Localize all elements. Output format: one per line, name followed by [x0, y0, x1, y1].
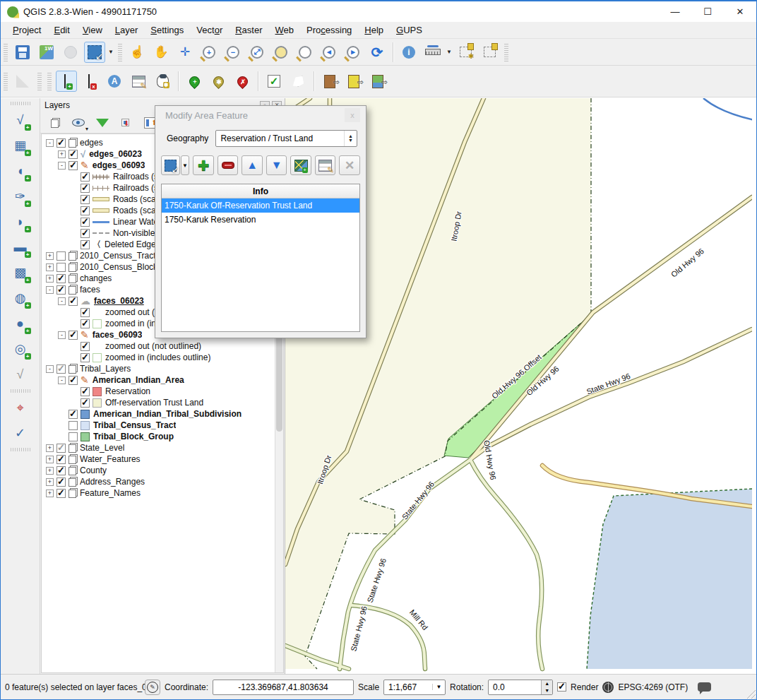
messages-icon[interactable]: [698, 682, 711, 692]
menu-gups[interactable]: GUPS: [390, 23, 429, 37]
open-attributes-button[interactable]: [315, 155, 336, 175]
layer-tree-item[interactable]: -American_Indian_Area: [42, 374, 275, 386]
tree-expander-icon[interactable]: +: [46, 252, 54, 260]
layer-tree-item[interactable]: zoomed in (includes outline): [42, 352, 275, 363]
menu-processing[interactable]: Processing: [300, 23, 358, 37]
epsg-status[interactable]: EPSG:4269 (OTF): [618, 682, 688, 692]
menu-web[interactable]: Web: [269, 23, 301, 37]
select-radius-disabled-icon[interactable]: [60, 42, 81, 63]
menu-edit[interactable]: Edit: [47, 23, 76, 37]
dropdown-button[interactable]: ▼: [181, 155, 190, 175]
tree-expander-icon[interactable]: -: [46, 286, 54, 294]
menu-raster[interactable]: Raster: [229, 23, 268, 37]
layer-visibility-checkbox[interactable]: [68, 376, 78, 385]
tree-expander-icon[interactable]: +: [46, 456, 54, 463]
validate-edits-icon[interactable]: ✓: [263, 71, 285, 92]
add-postgis-layer-icon[interactable]: ◖+: [10, 160, 31, 182]
expand-all-icon[interactable]: [118, 114, 135, 131]
layer-visibility-checkbox[interactable]: [68, 410, 78, 419]
tree-expander-icon[interactable]: -: [46, 365, 54, 373]
attribute-table-icon[interactable]: [128, 71, 149, 92]
tree-expander-icon[interactable]: -: [58, 376, 66, 384]
layer-visibility-checkbox[interactable]: [81, 240, 90, 249]
tree-expander-icon[interactable]: +: [46, 490, 54, 497]
tree-expander-icon[interactable]: -: [46, 139, 54, 147]
zoom-next-icon[interactable]: ▸: [342, 42, 364, 63]
delete-point-icon[interactable]: ✗: [232, 71, 253, 92]
add-wfs-layer-icon[interactable]: ◎+: [10, 338, 31, 360]
toolbar-grip[interactable]: [4, 72, 8, 90]
advanced-digitizing-disabled-icon[interactable]: [12, 71, 33, 92]
modify-face-icon[interactable]: ✱: [152, 71, 173, 92]
layer-visibility-checkbox[interactable]: [81, 218, 90, 227]
layer-visibility-checkbox[interactable]: [56, 477, 66, 487]
toolbar-grip[interactable]: [47, 72, 52, 90]
layer-tree-item[interactable]: Tribal_Block_Group: [42, 431, 275, 442]
menu-project[interactable]: Project: [6, 23, 47, 37]
info-list-row[interactable]: 1750-Karuk Reservation: [162, 213, 359, 227]
toolbar-grip[interactable]: [4, 43, 8, 61]
layer-visibility-checkbox[interactable]: [81, 308, 90, 317]
add-line-icon[interactable]: +: [56, 71, 77, 92]
add-mssql-layer-icon[interactable]: ◗+: [10, 211, 31, 232]
filter-legend-icon[interactable]: [94, 114, 111, 131]
layer-visibility-checkbox[interactable]: [81, 342, 90, 351]
tree-expander-icon[interactable]: -: [58, 331, 66, 339]
layer-visibility-checkbox[interactable]: [56, 444, 66, 453]
layer-visibility-checkbox[interactable]: [81, 387, 90, 396]
add-db2-layer-icon[interactable]: ▩+: [10, 262, 31, 283]
map-overview-icon[interactable]: [36, 42, 57, 63]
move-down-button[interactable]: ▼: [266, 155, 287, 175]
layer-tree-item[interactable]: Reservation: [42, 386, 275, 397]
resize-grip[interactable]: [746, 689, 756, 699]
layer-visibility-checkbox[interactable]: [68, 150, 78, 159]
rotation-up-icon[interactable]: ▲: [542, 680, 552, 687]
toolbar-grip[interactable]: [37, 72, 42, 90]
menu-settings[interactable]: Settings: [144, 23, 190, 37]
crs-globe-icon[interactable]: [602, 682, 614, 693]
menu-help[interactable]: Help: [358, 23, 390, 37]
modify-area-icon[interactable]: [287, 71, 309, 92]
save-icon[interactable]: [12, 42, 33, 63]
move-up-button[interactable]: ▲: [242, 155, 263, 175]
measure-icon[interactable]: [422, 42, 443, 63]
layer-visibility-checkbox[interactable]: [81, 229, 90, 238]
new-shapefile-layer-icon[interactable]: √: [10, 364, 31, 385]
pan-to-selection-icon[interactable]: ✛: [174, 42, 196, 63]
layer-visibility-checkbox[interactable]: [68, 161, 78, 170]
layer-tree-item[interactable]: +Address_Ranges: [42, 476, 275, 487]
tree-expander-icon[interactable]: +: [46, 467, 54, 475]
tree-expander-icon[interactable]: +: [58, 150, 66, 158]
layer-tree-item[interactable]: Off-reservation Trust Land: [42, 397, 275, 408]
minimize-button[interactable]: —: [659, 1, 691, 22]
delete-line-icon[interactable]: x: [80, 71, 101, 92]
zoom-in-icon[interactable]: +: [198, 42, 220, 63]
add-spatialite-layer-icon[interactable]: ✑+: [10, 186, 31, 207]
add-group-icon[interactable]: [46, 114, 63, 131]
dropdown-icon[interactable]: ▼: [445, 42, 453, 63]
scale-combo[interactable]: 1:1,667 ▼: [383, 680, 446, 695]
select-rectangle-icon[interactable]: [84, 42, 105, 63]
rotation-down-icon[interactable]: ▼: [542, 687, 552, 694]
export-door-map-icon[interactable]: [367, 71, 388, 92]
layer-visibility-checkbox[interactable]: [68, 297, 78, 306]
export-door-brown-icon[interactable]: [319, 71, 340, 92]
refresh-icon[interactable]: ⟳: [366, 42, 388, 63]
export-door-yellow-icon[interactable]: [343, 71, 364, 92]
layer-visibility-checkbox[interactable]: [68, 331, 78, 340]
layer-visibility-checkbox[interactable]: [81, 319, 90, 328]
close-tool-button[interactable]: ✕: [339, 155, 360, 175]
geography-spinner-icon[interactable]: ▲▼: [344, 131, 357, 146]
layer-visibility-checkbox[interactable]: [56, 138, 66, 148]
tree-expander-icon[interactable]: +: [46, 478, 54, 486]
menu-layer[interactable]: Layer: [109, 23, 145, 37]
layer-visibility-checkbox[interactable]: [68, 421, 78, 430]
layer-tree-item[interactable]: Tribal_Census_Tract: [42, 420, 275, 431]
tree-expander-icon[interactable]: -: [58, 162, 66, 170]
layer-visibility-checkbox[interactable]: [56, 455, 66, 464]
zoom-last-icon[interactable]: ◂: [318, 42, 340, 63]
touch-zoom-icon[interactable]: ☝: [126, 42, 148, 63]
zoom-to-selection-icon[interactable]: [270, 42, 292, 63]
layer-visibility-checkbox[interactable]: [81, 206, 90, 215]
render-checkbox[interactable]: [557, 682, 566, 692]
